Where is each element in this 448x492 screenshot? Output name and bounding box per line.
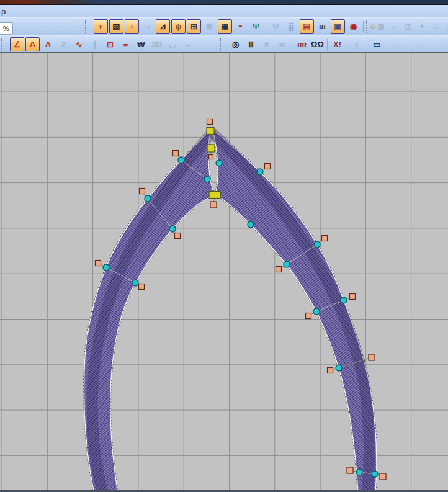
backstitch-icon[interactable]: ◎ xyxy=(228,37,243,51)
reshape-node-cyan[interactable] xyxy=(178,157,184,163)
window-bottom-edge xyxy=(0,490,448,492)
motif-fill-icon[interactable]: ⊡ xyxy=(103,37,117,51)
center-design-icon: + xyxy=(416,20,428,33)
input-b-icon[interactable]: A xyxy=(41,37,55,51)
reshape-node-cyan[interactable] xyxy=(356,469,362,475)
menu-item-help-fragment[interactable]: p xyxy=(1,7,6,16)
basket-tool-icon: ⌣ xyxy=(181,37,195,51)
handle-square-salmon[interactable] xyxy=(140,189,145,194)
mirror-y-icon: ↔ xyxy=(388,20,401,33)
show-artwork-icon: Ψ xyxy=(269,19,283,34)
reshape-node-cyan[interactable] xyxy=(216,160,222,166)
reshape-object-icon[interactable]: ⊿ xyxy=(156,19,170,34)
window-title-strip xyxy=(0,0,448,5)
main-toolbar: ◗▨◖◌⊿ψ⊞⊞▦◓ΨΨ⣿▤ш▣◉☺▧↔◫+□● xyxy=(0,17,448,36)
reshape-node-cyan[interactable] xyxy=(132,280,138,286)
branching-icon[interactable]: ψ xyxy=(171,19,186,34)
toolbar-separator xyxy=(292,39,292,50)
snap-grid-icon: ⊞ xyxy=(202,19,217,34)
toolbar-drag-handle[interactable] xyxy=(85,20,91,33)
toolbar-group: ◎Ⅲ#∞ʀʀΩΩX!(▭ xyxy=(218,37,385,52)
reshape-node-cyan[interactable] xyxy=(248,221,254,228)
reshape-node-cyan[interactable] xyxy=(257,169,263,175)
satin-column-right[interactable] xyxy=(212,129,377,492)
shape-tool-icon: ◡ xyxy=(165,37,179,51)
handle-square-salmon[interactable] xyxy=(207,119,213,125)
anchor-node-yellow[interactable] xyxy=(207,145,215,152)
reshape-node-cyan[interactable] xyxy=(314,241,320,248)
menu-bar: p xyxy=(0,5,448,17)
stemstitch-icon[interactable]: Ⅲ xyxy=(244,37,258,51)
toolbar-separator xyxy=(327,39,328,50)
stitch-player-icon[interactable]: ш xyxy=(315,19,329,34)
reshape-node-cyan[interactable] xyxy=(145,195,151,202)
object-properties-icon[interactable]: ▣ xyxy=(331,19,345,34)
remove-overlaps-icon[interactable]: X! xyxy=(330,37,344,51)
input-angle-icon[interactable]: ∠ xyxy=(10,37,24,51)
tatami-fill-icon[interactable]: ▨ xyxy=(109,19,123,34)
handle-square-salmon[interactable] xyxy=(369,354,375,360)
toolbar-separator xyxy=(363,21,364,32)
handle-square-salmon[interactable] xyxy=(96,261,101,266)
handle-square-salmon[interactable] xyxy=(175,233,181,239)
frame-icon: □ xyxy=(429,20,442,33)
show-design-icon[interactable]: Ψ xyxy=(249,19,263,34)
complex-fill-icon: Z xyxy=(56,37,71,51)
hoop-colors-icon[interactable]: ● xyxy=(443,20,448,33)
stitch-type-toolbar: ∠AAZ∿∥⊡≡₩3D◡⌣◎Ⅲ#∞ʀʀΩΩX!(▭ xyxy=(0,35,448,53)
column-stitch-icon: ∥ xyxy=(87,37,102,51)
reshape-node-cyan[interactable] xyxy=(103,264,109,271)
florentine-icon[interactable]: ʀʀ xyxy=(295,37,309,51)
handle-square-salmon[interactable] xyxy=(350,294,356,300)
toolbar-group: ◗▨◖◌⊿ψ⊞⊞▦◓ΨΨ⣿▤ш▣◉☺ xyxy=(84,19,381,34)
3d-warp-icon: 3D xyxy=(150,37,164,51)
color-film-icon[interactable]: ▤ xyxy=(300,19,314,34)
handle-square-salmon[interactable] xyxy=(209,155,213,159)
handle-square-salmon[interactable] xyxy=(139,284,145,290)
toolbar-drag-handle[interactable] xyxy=(220,38,226,51)
handle-square-salmon[interactable] xyxy=(328,368,333,373)
design-canvas[interactable] xyxy=(0,52,448,492)
reshape-node-cyan[interactable] xyxy=(204,176,210,182)
reshape-node-cyan[interactable] xyxy=(169,226,176,232)
reshape-node-cyan[interactable] xyxy=(313,308,320,315)
toolbar-separator xyxy=(266,21,266,32)
handle-square-salmon[interactable] xyxy=(173,151,179,156)
input-a-icon[interactable]: A xyxy=(25,37,40,51)
dashed-ellipse-icon[interactable]: ◌ xyxy=(140,19,155,34)
reshape-node-cyan[interactable] xyxy=(336,365,342,371)
satin-column-left[interactable] xyxy=(84,129,215,492)
zigzag-icon[interactable]: ∿ xyxy=(72,37,86,51)
true-view-icon[interactable]: ▭ xyxy=(370,37,384,51)
show-bitmap-icon[interactable]: ▦ xyxy=(218,19,232,34)
anchor-node-yellow[interactable] xyxy=(207,128,214,135)
design-canvas-svg[interactable] xyxy=(0,53,448,492)
reshape-node-cyan[interactable] xyxy=(341,297,347,303)
fancy-fill-icon[interactable]: ₩ xyxy=(134,37,148,51)
reshape-node-cyan[interactable] xyxy=(372,471,378,477)
stitch-points-icon[interactable]: ⣿ xyxy=(284,19,298,34)
toolbar-drag-handle[interactable] xyxy=(366,20,372,33)
satin-outline-icon[interactable]: ◖ xyxy=(125,19,139,34)
chain-icon: ∞ xyxy=(275,37,289,51)
anchor-node-yellow[interactable] xyxy=(209,192,220,199)
toolbar-drag-handle[interactable] xyxy=(1,38,7,51)
toolbar-group: ▧↔◫+□● xyxy=(365,19,448,34)
handle-square-salmon[interactable] xyxy=(210,202,217,208)
fusion-fill-icon[interactable]: ◗ xyxy=(94,19,108,34)
mirror-merge-icon: ◫ xyxy=(402,20,414,33)
handle-square-salmon[interactable] xyxy=(276,267,282,272)
handle-square-salmon[interactable] xyxy=(322,236,328,241)
thread-colors-icon[interactable]: ◓ xyxy=(233,19,248,34)
satin-lines-icon[interactable]: ≡ xyxy=(119,37,133,51)
mirror-x-icon: ▧ xyxy=(375,20,387,33)
show-grid-icon[interactable]: ⊞ xyxy=(187,19,201,34)
reshape-node-cyan[interactable] xyxy=(284,261,290,267)
handle-square-salmon[interactable] xyxy=(347,467,353,473)
loop-stitch-icon[interactable]: ΩΩ xyxy=(310,37,325,51)
handle-square-salmon[interactable] xyxy=(306,313,311,319)
handle-square-salmon[interactable] xyxy=(265,164,271,169)
thread-palette-icon[interactable]: ◉ xyxy=(346,19,361,34)
zoom-percent-field[interactable]: % xyxy=(0,22,13,35)
handle-square-salmon[interactable] xyxy=(380,473,386,480)
